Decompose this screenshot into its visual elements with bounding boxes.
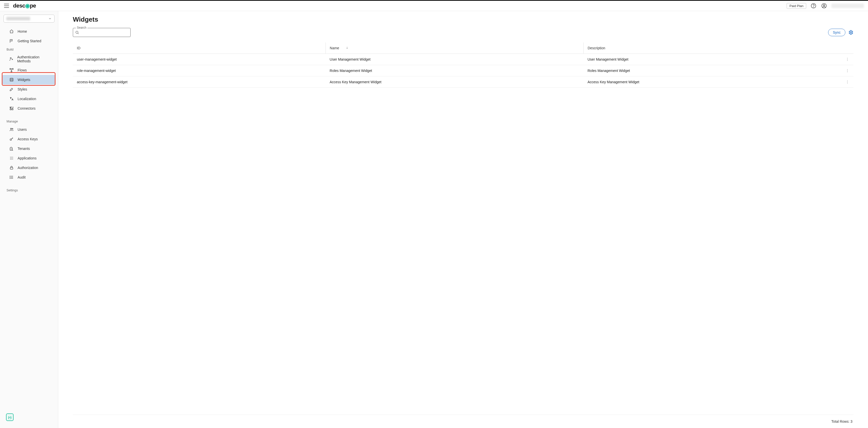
cell-id: user-management-widget: [73, 54, 326, 65]
sidebar-item-users[interactable]: Users: [2, 125, 56, 134]
svg-point-35: [847, 83, 848, 84]
sidebar-item-widgets[interactable]: Widgets: [2, 75, 56, 85]
brush-icon: [9, 87, 14, 92]
sidebar: Home Getting Started Build Authenticatio…: [0, 11, 58, 428]
col-id[interactable]: ID: [73, 42, 326, 54]
puzzle-icon: [9, 106, 14, 111]
sidebar-section-manage: Manage: [0, 118, 58, 125]
table-footer: Total Rows: 3: [73, 415, 854, 428]
sidebar-item-label: Tenants: [18, 147, 30, 151]
svg-rect-6: [12, 68, 13, 69]
topbar: desc◉pe Paid Plan: [0, 0, 868, 11]
search-label: Search: [76, 26, 87, 29]
sidebar-item-localization[interactable]: Localization: [2, 94, 56, 104]
sidebar-item-label: Connectors: [18, 106, 36, 110]
sidebar-item-label: Localization: [18, 97, 36, 101]
svg-point-16: [11, 158, 12, 159]
sidebar-item-label: Authorization: [18, 166, 38, 170]
settings-icon[interactable]: [848, 30, 854, 35]
svg-point-3: [823, 4, 825, 6]
widgets-icon: [9, 77, 14, 82]
col-description[interactable]: Description: [583, 42, 841, 54]
svg-point-24: [10, 178, 10, 179]
sidebar-section-settings: Settings: [0, 187, 58, 194]
svg-point-28: [847, 59, 848, 60]
help-icon[interactable]: [810, 2, 817, 9]
project-picker[interactable]: [3, 15, 55, 23]
svg-point-22: [10, 176, 10, 176]
table-row[interactable]: user-management-widget User Management W…: [73, 54, 854, 65]
svg-point-27: [847, 58, 848, 58]
col-name[interactable]: Name: [326, 42, 584, 54]
sidebar-item-applications[interactable]: Applications: [2, 153, 56, 163]
svg-rect-7: [11, 71, 12, 72]
list-icon: [9, 175, 14, 180]
svg-point-11: [10, 139, 11, 140]
table-row[interactable]: role-management-widget Roles Management …: [73, 65, 854, 77]
lock-icon: [9, 165, 14, 170]
svg-point-31: [847, 70, 848, 71]
sidebar-item-auth-methods[interactable]: Authentication Methods: [2, 53, 56, 65]
cell-desc: Access Key Management Widget: [583, 77, 841, 88]
svg-point-4: [10, 58, 11, 59]
sidebar-item-label: Widgets: [18, 78, 30, 82]
sidebar-item-label: Getting Started: [18, 39, 41, 43]
svg-point-12: [10, 157, 10, 157]
row-menu-icon[interactable]: [841, 54, 854, 65]
cell-id: role-management-widget: [73, 65, 326, 77]
sidebar-item-tenants[interactable]: Tenants: [2, 144, 56, 153]
sidebar-item-label: Home: [18, 29, 27, 33]
row-menu-icon[interactable]: [841, 77, 854, 88]
brand-mark-icon: ◉: [25, 2, 30, 9]
account-icon[interactable]: [821, 2, 827, 9]
svg-point-32: [847, 72, 848, 72]
sidebar-item-home[interactable]: Home: [2, 27, 56, 36]
sidebar-item-label: Users: [18, 127, 27, 132]
svg-point-14: [12, 157, 13, 157]
svg-point-26: [850, 32, 852, 33]
sidebar-item-flows[interactable]: Flows: [2, 65, 56, 75]
sidebar-item-authorization[interactable]: Authorization: [2, 163, 56, 172]
svg-point-18: [10, 159, 10, 160]
home-icon: [9, 29, 14, 34]
cell-desc: Roles Management Widget: [583, 65, 841, 77]
sync-button[interactable]: Sync: [828, 29, 845, 36]
key-icon: [9, 137, 14, 142]
project-name-redacted: [6, 17, 30, 20]
svg-point-9: [10, 128, 12, 130]
sidebar-item-getting-started[interactable]: Getting Started: [2, 36, 56, 46]
apps-icon: [9, 156, 14, 161]
row-menu-icon[interactable]: [841, 65, 854, 77]
svg-point-23: [10, 177, 10, 177]
sidebar-item-label: Authentication Methods: [17, 55, 51, 63]
svg-point-17: [12, 158, 13, 159]
svg-point-30: [847, 69, 848, 70]
table-row[interactable]: access-key-management-widget Access Key …: [73, 77, 854, 88]
menu-toggle-icon[interactable]: [4, 4, 9, 8]
help-widget-icon[interactable]: (•): [6, 413, 13, 421]
svg-point-25: [76, 31, 78, 33]
svg-rect-21: [10, 168, 13, 169]
svg-rect-5: [10, 68, 11, 69]
sidebar-item-access-keys[interactable]: Access Keys: [2, 134, 56, 144]
svg-point-10: [12, 128, 13, 129]
plan-button[interactable]: Paid Plan: [786, 3, 806, 9]
svg-point-20: [12, 159, 13, 160]
search-icon: [75, 30, 80, 35]
sidebar-item-styles[interactable]: Styles: [2, 85, 56, 94]
brand-logo: desc◉pe: [13, 2, 36, 9]
sidebar-item-audit[interactable]: Audit: [2, 172, 56, 182]
sidebar-item-label: Access Keys: [18, 137, 38, 141]
flag-icon: [9, 38, 14, 44]
flows-icon: [9, 68, 14, 73]
svg-point-15: [10, 158, 10, 159]
cell-desc: User Management Widget: [583, 54, 841, 65]
building-icon: [9, 146, 14, 151]
sidebar-item-connectors[interactable]: Connectors: [2, 104, 56, 113]
content-area: Widgets Search Sync ID Name: [58, 11, 868, 428]
translate-icon: [9, 96, 14, 101]
svg-point-13: [11, 157, 12, 157]
svg-point-29: [847, 60, 848, 61]
search-field-wrap: Search: [73, 28, 131, 37]
widgets-table: ID Name Description user-management-widg…: [73, 42, 854, 88]
